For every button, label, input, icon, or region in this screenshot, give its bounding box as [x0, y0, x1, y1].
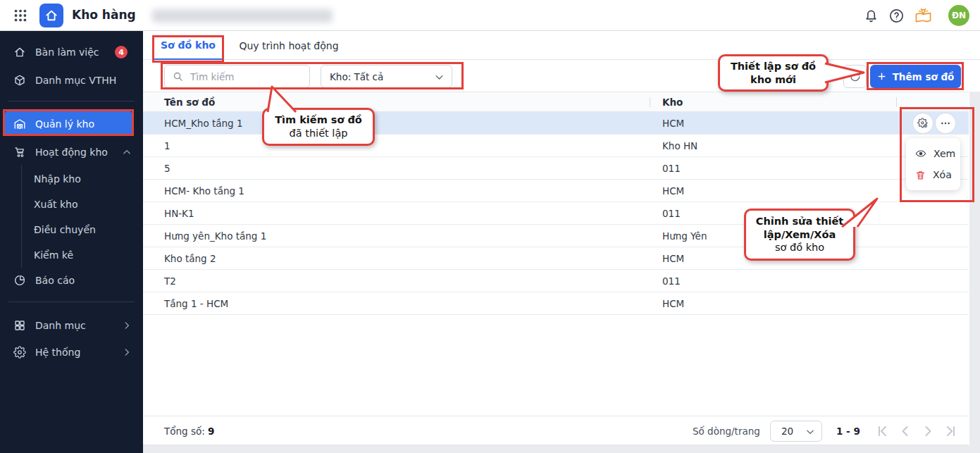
sidebar-item-export[interactable]: Xuất kho: [34, 193, 139, 216]
sidebar-item-reports[interactable]: Báo cáo: [0, 268, 143, 293]
avatar[interactable]: ĐN: [948, 5, 969, 26]
page-range: 1 - 9: [836, 426, 860, 437]
app-grid-icon[interactable]: [13, 8, 28, 23]
total-label: Tổng số:: [164, 426, 205, 437]
sidebar-item-label: Bàn làm việc: [35, 46, 99, 58]
sidebar-item-catalog-vthh[interactable]: Danh mục VTHH: [0, 68, 143, 93]
row-settings-button[interactable]: [913, 113, 933, 133]
refresh-button[interactable]: [843, 65, 867, 88]
sidebar-item-workspace[interactable]: Bàn làm việc 4: [0, 39, 143, 65]
callout-edit-view-delete: Chỉnh sửa thiết lập/Xem/Xóa sơ đồ kho: [744, 209, 855, 261]
eye-icon: [915, 148, 926, 159]
tab-label: Quy trình hoạt động: [239, 40, 338, 51]
prev-page-icon[interactable]: [897, 423, 914, 440]
sidebar: Bàn làm việc 4 Danh mục VTHH Quản lý kho…: [0, 31, 143, 453]
column-header-kho: Kho: [662, 97, 683, 108]
callout-add-new-layout: Thiết lập sơ đồ kho mới: [718, 54, 829, 92]
table-row[interactable]: 5011: [143, 157, 969, 180]
table-footer: Tổng số: 9 Số dòng/trang 20 1 - 9: [143, 416, 969, 445]
redacted-context-title: [152, 9, 333, 23]
rows-per-page-label: Số dòng/trang: [693, 426, 760, 437]
menu-item-label: Xóa: [933, 169, 952, 180]
sidebar-item-import[interactable]: Nhập kho: [34, 168, 139, 190]
gear-icon: [13, 346, 26, 359]
sub-items-guide-line: [21, 165, 22, 268]
bottom-gutter: [143, 445, 969, 453]
sidebar-subitem-label: Kiểm kê: [34, 249, 73, 261]
sidebar-item-warehouse-mgmt[interactable]: Quản lý kho: [5, 111, 132, 136]
home-icon: [13, 46, 26, 58]
tab-operation-process[interactable]: Quy trình hoạt động: [236, 31, 342, 60]
chevron-down-icon: [805, 427, 815, 437]
topbar: Kho hàng ĐN: [0, 0, 980, 31]
sidebar-item-label: Danh mục VTHH: [35, 75, 116, 86]
search-input[interactable]: [190, 66, 303, 87]
app-title: Kho hàng: [72, 8, 136, 22]
toolbar: Kho: Tất cả Thêm sơ đồ: [143, 60, 980, 92]
chevron-up-icon: [122, 147, 132, 157]
sidebar-subitem-label: Xuất kho: [34, 199, 78, 210]
sidebar-item-label: Báo cáo: [35, 275, 75, 286]
column-header-name: Tên sơ đồ: [164, 97, 215, 108]
column-divider: [650, 97, 650, 107]
tab-warehouse-layout[interactable]: Sơ đồ kho: [152, 31, 224, 60]
add-layout-label: Thêm sơ đồ: [893, 71, 955, 82]
last-page-icon[interactable]: [942, 423, 959, 440]
rows-per-page-value: 20: [781, 426, 793, 437]
row-more-button[interactable]: [936, 113, 955, 133]
trash-icon: [915, 170, 926, 180]
callout-text: Thiết lập sơ đồ kho mới: [727, 60, 819, 87]
plus-icon: [877, 72, 886, 81]
total-value: 9: [208, 426, 214, 437]
rows-per-page-select[interactable]: 20: [770, 421, 822, 442]
callout-text: Chỉnh sửa thiết lập/Xem/Xóa: [755, 215, 845, 242]
app-logo-icon[interactable]: [39, 4, 63, 27]
callout-text: sơ đồ kho: [775, 241, 824, 254]
workspace-badge: 4: [115, 46, 128, 58]
column-divider: [896, 97, 897, 107]
table-row[interactable]: HCM- Kho tầng 1HCM: [143, 180, 969, 202]
next-page-icon[interactable]: [919, 423, 936, 440]
help-icon[interactable]: [888, 8, 905, 24]
package-icon: [13, 74, 26, 87]
menu-item-delete[interactable]: Xóa: [906, 164, 960, 185]
callout-search-layout: Tìm kiếm sơ đồ đã thiết lập: [262, 108, 375, 146]
tab-bar: Sơ đồ kho Quy trình hoạt động: [143, 31, 980, 60]
chevron-right-icon: [122, 321, 132, 330]
sidebar-item-warehouse-ops[interactable]: Hoạt động kho: [0, 139, 143, 165]
callout-text: Tìm kiếm sơ đồ: [275, 113, 362, 127]
tab-label: Sơ đồ kho: [161, 39, 216, 51]
sidebar-item-label: Danh mục: [35, 320, 86, 331]
sidebar-divider: [8, 302, 135, 302]
cart-icon: [13, 146, 26, 159]
warehouse-icon: [13, 118, 26, 130]
table-row[interactable]: Tầng 1 - HCMHCM: [143, 292, 969, 315]
sidebar-item-system[interactable]: Hệ thống: [0, 340, 143, 365]
add-layout-button[interactable]: Thêm sơ đồ: [870, 65, 961, 88]
callout-text: đã thiết lập: [290, 127, 348, 140]
ellipsis-icon: [940, 118, 951, 129]
sidebar-subitem-label: Nhập kho: [34, 173, 81, 185]
warehouse-filter-value: Kho: Tất cả: [330, 71, 383, 82]
sidebar-item-categories[interactable]: Danh mục: [0, 313, 143, 338]
menu-item-label: Xem: [934, 148, 955, 159]
sidebar-subitem-label: Điều chuyển: [34, 224, 96, 235]
chevron-right-icon: [122, 347, 132, 357]
pie-chart-icon: [13, 274, 26, 287]
refresh-icon: [849, 70, 861, 82]
first-page-icon[interactable]: [874, 423, 891, 440]
warehouse-filter-select[interactable]: Kho: Tất cả: [321, 65, 452, 88]
sidebar-item-transfer[interactable]: Điều chuyển: [34, 218, 139, 241]
row-actions-menu: Xem Xóa: [906, 138, 960, 190]
sidebar-item-label: Quản lý kho: [35, 118, 94, 130]
tips-icon[interactable]: [914, 8, 933, 24]
notification-bell-icon[interactable]: [863, 8, 879, 24]
sidebar-item-label: Hệ thống: [35, 347, 80, 358]
menu-item-view[interactable]: Xem: [906, 143, 960, 164]
total-count: Tổng số: 9: [164, 426, 214, 437]
sidebar-item-label: Hoạt động kho: [35, 147, 108, 158]
sidebar-item-stocktake[interactable]: Kiểm kê: [34, 244, 139, 266]
table-row[interactable]: T2011: [143, 270, 969, 292]
vertical-scrollbar[interactable]: [969, 31, 980, 453]
search-icon: [173, 71, 183, 82]
